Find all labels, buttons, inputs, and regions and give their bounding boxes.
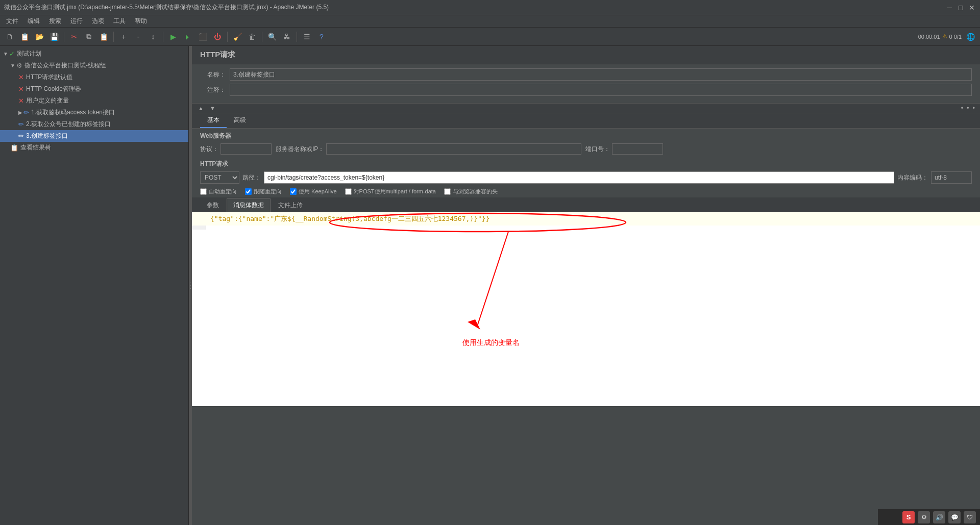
result-icon: 📋 xyxy=(10,144,18,152)
mini-up[interactable]: ▲ xyxy=(196,105,206,112)
sidebar-item-thread-group[interactable]: ▼ ⚙ 微信公众平台接口测试-线程组 xyxy=(0,60,188,71)
taskbar-icon-4[interactable]: 🛡 xyxy=(964,511,976,523)
toolbar-templates[interactable]: 📋 xyxy=(18,30,31,43)
check-follow-redirect[interactable]: 跟随重定向 xyxy=(245,188,282,195)
body-text: {"tag":{"name":"广东${__RandomString(3,abc… xyxy=(210,215,489,222)
toolbar-new[interactable]: 🗋 xyxy=(3,30,16,43)
auto-redirect-label: 自动重定向 xyxy=(209,188,237,195)
plan-icon: ✓ xyxy=(9,50,15,58)
taskbar-icon-1[interactable]: ⚙ xyxy=(918,511,930,523)
toolbar-sep6 xyxy=(297,32,297,42)
menu-options[interactable]: 选项 xyxy=(88,16,108,27)
sidebar-item-http-defaults[interactable]: ✕ HTTP请求默认值 xyxy=(0,71,188,83)
keepalive-checkbox[interactable] xyxy=(290,188,297,195)
toolbar-clear[interactable]: 🧹 xyxy=(231,30,244,43)
toolbar-sep4 xyxy=(227,32,228,42)
check-auto-redirect[interactable]: 自动重定向 xyxy=(200,188,237,195)
toolbar-expand[interactable]: + xyxy=(117,30,130,43)
check-keepalive[interactable]: 使用 KeepAlive xyxy=(290,188,337,195)
name-input[interactable] xyxy=(230,68,972,81)
expand-arrow-thread: ▼ xyxy=(10,63,15,68)
server-group: 服务器名称或IP： xyxy=(276,143,581,155)
expand-arrow: ▼ xyxy=(3,51,8,57)
menu-tools[interactable]: 工具 xyxy=(109,16,130,27)
toolbar-clear-all[interactable]: 🗑 xyxy=(246,30,259,43)
toolbar-copy[interactable]: ⧉ xyxy=(82,30,95,43)
maximize-button[interactable]: □ xyxy=(957,4,965,12)
sidebar-item-result-tree[interactable]: 📋 查看结果树 xyxy=(0,142,188,154)
main-tabs: 基本 高级 xyxy=(192,113,980,129)
toolbar-paste[interactable]: 📋 xyxy=(97,30,110,43)
browser-compat-checkbox[interactable] xyxy=(444,188,451,195)
tab-basic[interactable]: 基本 xyxy=(200,113,227,128)
toolbar-save[interactable]: 💾 xyxy=(47,30,61,43)
multipart-label: 对POST使用multipart / form-data xyxy=(354,188,436,195)
comment-row: 注释： xyxy=(200,84,972,96)
title-bar: 微信公众平台接口测试.jmx (D:\apache-jmeter-5.5\Met… xyxy=(0,0,980,15)
body-textarea[interactable] xyxy=(210,228,976,381)
sidebar-item-api-1[interactable]: ▶ ✏ 1.获取鉴权码access token接口 xyxy=(0,107,188,118)
toolbar-network[interactable]: 🌐 xyxy=(964,30,977,43)
minimize-button[interactable]: ─ xyxy=(945,4,953,12)
toolbar-toggle[interactable]: ↕ xyxy=(146,30,160,43)
menu-bar: 文件 编辑 搜索 运行 选项 工具 帮助 xyxy=(0,15,980,28)
check-multipart[interactable]: 对POST使用multipart / form-data xyxy=(345,188,436,195)
toolbar-run-all[interactable]: ⏵ xyxy=(181,30,194,43)
mini-dots: • • • xyxy=(961,105,976,112)
toolbar-list[interactable]: ☰ xyxy=(300,30,313,43)
toolbar-run[interactable]: ▶ xyxy=(166,30,180,43)
protocol-input[interactable] xyxy=(220,143,272,155)
taskbar-icon-3[interactable]: 💬 xyxy=(948,511,961,523)
menu-search[interactable]: 搜索 xyxy=(45,16,65,27)
port-input[interactable] xyxy=(612,143,663,155)
toolbar-help[interactable]: ? xyxy=(315,30,328,43)
taskbar: S ⚙ 🔊 💬 🛡 xyxy=(878,509,980,525)
tab-advanced[interactable]: 高级 xyxy=(227,113,253,128)
check-browser-compat[interactable]: 与浏览器兼容的头 xyxy=(444,188,498,195)
toolbar-search[interactable]: 🔍 xyxy=(265,30,279,43)
tab-body[interactable]: 消息体数据 xyxy=(227,198,271,212)
comment-input[interactable] xyxy=(230,84,972,96)
taskbar-icon-s[interactable]: S xyxy=(902,511,915,523)
toolbar-collapse[interactable]: - xyxy=(132,30,145,43)
tab-files[interactable]: 文件上传 xyxy=(272,198,309,212)
web-server-row: 协议： 服务器名称或IP： 端口号： xyxy=(192,141,980,157)
sidebar-item-api-2[interactable]: ✏ 2.获取公众号已创建的标签接口 xyxy=(0,118,188,130)
menu-run[interactable]: 运行 xyxy=(66,16,87,27)
menu-edit[interactable]: 编辑 xyxy=(23,16,44,27)
mini-down[interactable]: ▼ xyxy=(208,105,217,112)
sidebar-item-cookie[interactable]: ✕ HTTP Cookie管理器 xyxy=(0,83,188,95)
toolbar: 🗋 📋 📂 💾 ✂ ⧉ 📋 + - ↕ ▶ ⏵ ⬛ ⏻ 🧹 🗑 🔍 🖧 ☰ ? … xyxy=(0,28,980,46)
sidebar-label-test-plan: 测试计划 xyxy=(17,49,41,58)
body-empty[interactable] xyxy=(192,226,980,399)
auto-redirect-checkbox[interactable] xyxy=(200,188,207,195)
toolbar-shutdown[interactable]: ⏻ xyxy=(211,30,224,43)
method-select[interactable]: POST GET PUT DELETE xyxy=(200,171,239,184)
menu-file[interactable]: 文件 xyxy=(2,16,22,27)
menu-help[interactable]: 帮助 xyxy=(131,16,151,27)
close-button[interactable]: ✕ xyxy=(968,4,976,12)
sidebar-item-test-plan[interactable]: ▼ ✓ 测试计划 xyxy=(0,48,188,60)
taskbar-icon-2[interactable]: 🔊 xyxy=(933,511,945,523)
toolbar-stop[interactable]: ⬛ xyxy=(196,30,209,43)
multipart-checkbox[interactable] xyxy=(345,188,352,195)
port-label: 端口号： xyxy=(585,145,610,154)
toolbar-sep1 xyxy=(64,32,64,42)
toolbar-cut[interactable]: ✂ xyxy=(67,30,81,43)
path-label: 路径： xyxy=(242,173,261,182)
sidebar-item-api-3[interactable]: ✏ 3.创建标签接口 xyxy=(0,130,188,142)
tab-params[interactable]: 参数 xyxy=(200,198,226,212)
follow-redirect-checkbox[interactable] xyxy=(245,188,252,195)
sidebar-label-api-1: 1.获取鉴权码access token接口 xyxy=(31,108,115,117)
follow-redirect-label: 跟随重定向 xyxy=(254,188,282,195)
path-input[interactable] xyxy=(264,171,894,184)
toolbar-remote[interactable]: 🖧 xyxy=(280,30,293,43)
encoding-input[interactable] xyxy=(931,171,972,184)
warn-count: 0 0/1 xyxy=(949,34,962,40)
keepalive-label: 使用 KeepAlive xyxy=(299,188,337,195)
sidebar-item-user-vars[interactable]: ✕ 用户定义的变量 xyxy=(0,95,188,107)
sidebar-label-result-tree: 查看结果树 xyxy=(20,143,51,152)
http-req-row: POST GET PUT DELETE 路径： 内容编码： xyxy=(192,169,980,186)
server-input[interactable] xyxy=(326,143,581,155)
toolbar-open[interactable]: 📂 xyxy=(33,30,46,43)
